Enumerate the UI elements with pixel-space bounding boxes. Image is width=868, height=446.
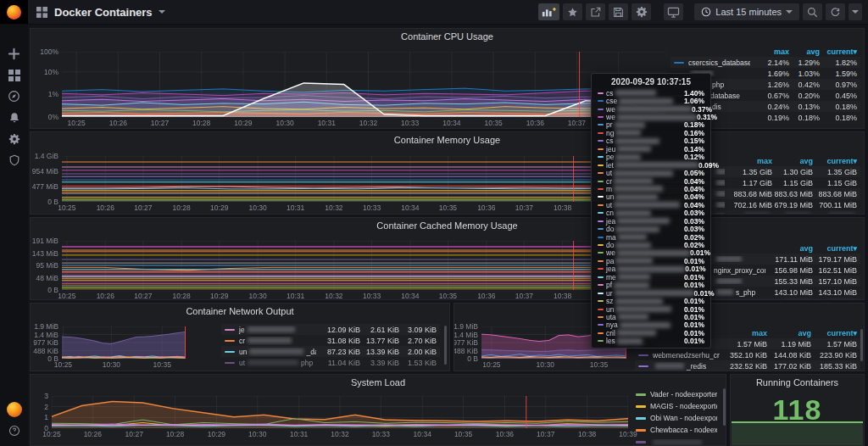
create-icon[interactable] bbox=[0, 43, 28, 64]
cpu-chart-canvas[interactable] bbox=[62, 52, 666, 117]
legend-item[interactable]: Obi Wan - nodeexporter bbox=[632, 412, 721, 424]
legend-value: 1.30 GiB bbox=[772, 168, 813, 176]
server-admin-shield-icon[interactable] bbox=[0, 149, 28, 170]
y-tick-label: 48 MiB bbox=[30, 275, 58, 282]
legend-sort-header[interactable]: avg bbox=[767, 329, 811, 337]
legend-value: 1.26% bbox=[750, 81, 789, 89]
legend-sort-header[interactable]: avg bbox=[789, 47, 820, 56]
tooltip-series-row: un0.04% bbox=[592, 193, 710, 201]
explore-icon[interactable] bbox=[0, 86, 28, 107]
legend-header-row: avgcurrent▾ bbox=[696, 243, 860, 254]
network-output-graph[interactable]: 1.9 MiB1.4 MiB977 KiB488 KiB0 B10:2510:3… bbox=[62, 326, 186, 359]
add-panel-button[interactable] bbox=[538, 3, 559, 20]
legend-item[interactable]: MAGIS - nodeexporter bbox=[632, 400, 721, 412]
navbar-actions: Last 15 minutes bbox=[538, 3, 868, 20]
dashboard-title-caret-icon[interactable] bbox=[159, 10, 165, 14]
clock-icon bbox=[701, 7, 711, 17]
x-tick-label: 10:35 bbox=[449, 431, 478, 438]
legend-row[interactable] bbox=[696, 210, 860, 215]
x-tick-label: 10:28 bbox=[167, 293, 196, 300]
star-button[interactable] bbox=[563, 3, 582, 20]
legend-sort-header[interactable]: current▾ bbox=[813, 244, 857, 253]
user-avatar[interactable] bbox=[0, 399, 28, 420]
tooltip-series-row: ut0.05% bbox=[592, 169, 710, 176]
legend-scrollbar[interactable] bbox=[860, 329, 863, 361]
configuration-gear-icon[interactable] bbox=[0, 128, 28, 149]
legend-scrollbar[interactable] bbox=[723, 388, 726, 426]
alerting-bell-icon[interactable] bbox=[0, 107, 28, 128]
x-tick-label: 10:25 bbox=[53, 293, 81, 300]
legend-item[interactable]: Vader - nodeexporter bbox=[632, 388, 721, 400]
x-tick-label: 10:30 bbox=[243, 204, 272, 212]
series-name bbox=[714, 191, 725, 197]
legend-sort-header[interactable]: max bbox=[720, 329, 767, 337]
panel-title[interactable]: Container CPU Usage bbox=[31, 31, 864, 42]
grafana-logo[interactable] bbox=[0, 0, 28, 24]
legend-row[interactable]: 155.33 MiB157.10 MiB bbox=[696, 276, 860, 287]
legend-row[interactable]: cr31.08 KiB13.77 KiB2.70 KiB bbox=[221, 335, 440, 346]
legend-row[interactable]: 1.35 GiB1.30 GiB1.35 GiB bbox=[696, 166, 860, 177]
series-color-dash bbox=[598, 196, 604, 198]
legend-row[interactable]: nginx_proxy_companion156.98 MiB162.51 Mi… bbox=[696, 265, 860, 276]
netout-chart-canvas[interactable] bbox=[62, 326, 186, 359]
series-color-dash bbox=[598, 188, 604, 190]
system-load-graph[interactable]: 321010:2510:2610:2710:2810:2910:3010:311… bbox=[52, 396, 628, 428]
legend-row[interactable]: webmenedzserhu_craft_php352.10 KiB144.08… bbox=[635, 349, 860, 360]
legend-row[interactable]: utphp11.04 KiB3.39 KiB1.53 KiB bbox=[221, 357, 440, 368]
redacted-name bbox=[716, 289, 733, 295]
legend-item[interactable] bbox=[632, 436, 721, 446]
legend-scrollbar[interactable] bbox=[444, 326, 447, 365]
legend-row[interactable]: un_database87.23 KiB13.39 KiB2.00 KiB bbox=[221, 346, 440, 357]
legend-value: 171.11 MiB bbox=[765, 255, 813, 264]
legend-sort-header[interactable]: current▾ bbox=[820, 47, 857, 56]
cpu-graph[interactable]: 100%10%1%0%10:2510:2610:2710:2810:2910:3… bbox=[62, 52, 666, 117]
legend-value: 0.13% bbox=[789, 103, 820, 111]
time-range-picker[interactable]: Last 15 minutes bbox=[694, 3, 799, 20]
sysload-chart-canvas[interactable] bbox=[52, 396, 628, 428]
legend-row[interactable]: 171.11 MiB179.17 MiB bbox=[696, 254, 860, 265]
panel-title[interactable]: Running Containers bbox=[731, 377, 864, 387]
dashboard-title[interactable]: Docker Containers bbox=[54, 6, 153, 19]
legend-sort-header[interactable]: max bbox=[750, 47, 789, 56]
dashboard-settings-button[interactable] bbox=[632, 3, 651, 20]
panel-title[interactable]: System Load bbox=[31, 377, 726, 387]
panel-title[interactable]: Container Cached Memory Usage bbox=[31, 220, 864, 231]
legend-row[interactable]: 702.16 MiB679.19 MiB700.11 MiB bbox=[696, 199, 860, 210]
help-icon[interactable] bbox=[0, 420, 28, 441]
legend-value: 12.09 KiB bbox=[316, 326, 360, 334]
tooltip-series-row: uta0.01% bbox=[592, 313, 710, 321]
panel-title[interactable]: Container Memory Usage bbox=[31, 135, 864, 145]
tooltip-series-row: jeu0.14% bbox=[592, 145, 710, 153]
legend-row[interactable] bbox=[696, 298, 860, 300]
legend-row[interactable]: je12.09 KiB2.61 KiB3.09 KiB bbox=[221, 324, 440, 335]
legend-row[interactable]: 883.68 MiB883.63 MiB883.68 MiB bbox=[696, 188, 860, 199]
tooltip-rows: cs1.40%cse1.06%we0.37%we0.31%pr0.18%ng0.… bbox=[592, 89, 710, 345]
legend-sort-header[interactable]: max bbox=[725, 157, 772, 165]
zoom-out-button[interactable] bbox=[803, 3, 822, 20]
legend-item[interactable]: Chewbacca - nodeexporter bbox=[632, 424, 721, 436]
tooltip-series-row: cs0.15% bbox=[592, 137, 710, 145]
legend-sort-header[interactable]: current▾ bbox=[811, 329, 857, 337]
series-name: utphp bbox=[239, 359, 316, 367]
redacted-name bbox=[716, 169, 725, 175]
save-button[interactable] bbox=[609, 3, 628, 20]
legend-row[interactable]: s_php143.10 MiB143.10 MiB bbox=[696, 287, 860, 298]
tv-mode-button[interactable] bbox=[664, 3, 683, 20]
legend-value: 1.57 MiB bbox=[811, 340, 857, 348]
legend-row[interactable]: 1.17 GiB1.15 GiB1.15 GiB bbox=[696, 177, 860, 188]
dashboards-icon[interactable] bbox=[0, 64, 28, 86]
panel-title[interactable]: Container Network Output bbox=[31, 306, 449, 316]
refresh-interval-dropdown[interactable] bbox=[849, 3, 862, 20]
legend-row[interactable]: _redis232.52 KiB177.02 KiB185.33 KiB bbox=[635, 360, 860, 371]
tooltip-timestamp: 2020-09-29 10:37:15 bbox=[592, 75, 710, 89]
refresh-button[interactable] bbox=[826, 3, 845, 20]
legend-value bbox=[725, 213, 772, 215]
legend-sort-header[interactable]: avg bbox=[772, 157, 813, 165]
legend-row[interactable]: csercsics_database2.14%1.29%1.82% bbox=[670, 57, 860, 68]
legend-value: 1.57 MiB bbox=[720, 340, 767, 348]
y-tick-label: 1.4 GiB bbox=[30, 153, 58, 160]
x-tick-label: 10:30 bbox=[270, 120, 299, 127]
legend-sort-header[interactable]: avg bbox=[765, 244, 813, 253]
legend-sort-header[interactable]: current▾ bbox=[813, 157, 857, 165]
share-button[interactable] bbox=[586, 3, 605, 20]
